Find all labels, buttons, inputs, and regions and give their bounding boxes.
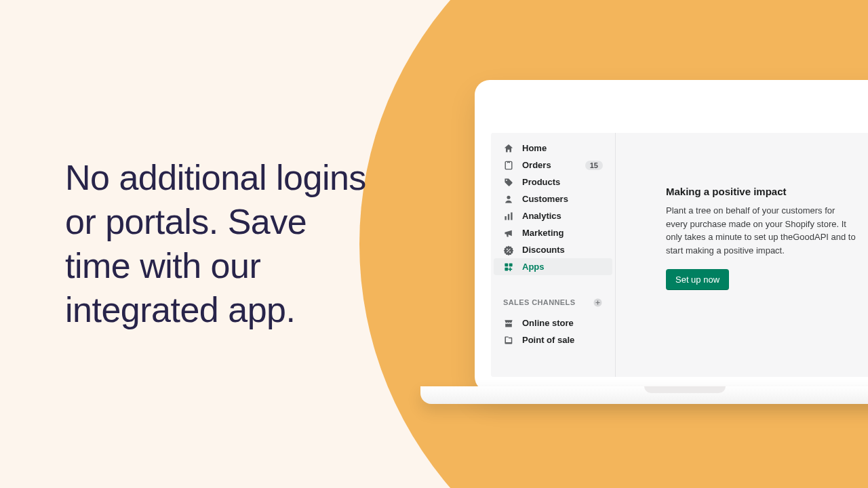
orders-icon	[503, 160, 514, 171]
laptop-base	[420, 386, 868, 404]
orders-badge: 15	[585, 161, 603, 170]
sidebar-item-orders[interactable]: Orders 15	[494, 157, 612, 174]
bars-icon	[503, 211, 514, 222]
sidebar-item-customers[interactable]: Customers	[494, 190, 612, 207]
sidebar-item-home[interactable]: Home	[494, 140, 612, 157]
sidebar-item-label: Marketing	[522, 228, 564, 238]
promo-headline: No additional logins or portals. Save ti…	[65, 156, 377, 332]
svg-rect-5	[505, 263, 508, 266]
sidebar-item-products[interactable]: Products	[494, 174, 612, 190]
laptop-frame: Home Orders 15 Products	[475, 80, 868, 392]
discount-icon	[503, 245, 514, 256]
svg-rect-0	[505, 161, 512, 169]
card-body: Plant a tree on behalf of your customers…	[666, 204, 856, 257]
promo-stage: No additional logins or portals. Save ti…	[0, 0, 868, 488]
sidebar-item-label: Point of sale	[522, 335, 574, 345]
tag-icon	[503, 177, 514, 188]
store-icon	[503, 318, 514, 329]
setup-now-button[interactable]: Set up now	[666, 269, 729, 290]
sidebar-item-label: Online store	[522, 318, 574, 328]
person-icon	[503, 194, 514, 205]
sidebar-item-label: Apps	[522, 262, 545, 272]
sidebar-item-label: Customers	[522, 194, 568, 204]
megaphone-icon	[503, 228, 514, 239]
app-window: Home Orders 15 Products	[491, 133, 868, 377]
pos-icon	[503, 335, 514, 346]
svg-rect-7	[505, 267, 508, 270]
sidebar-item-label: Products	[522, 177, 560, 187]
sidebar-item-label: Orders	[522, 160, 551, 170]
sidebar-item-label: Home	[522, 143, 547, 153]
sidebar-item-label: Discounts	[522, 245, 565, 255]
add-channel-button[interactable]	[592, 297, 603, 308]
sidebar-channel-online-store[interactable]: Online store	[494, 314, 612, 331]
svg-rect-6	[509, 263, 513, 266]
sidebar-item-apps[interactable]: Apps	[494, 258, 612, 275]
admin-sidebar: Home Orders 15 Products	[491, 133, 616, 377]
sidebar-item-discounts[interactable]: Discounts	[494, 241, 612, 258]
sales-channels-header: SALES CHANNELS	[494, 293, 612, 312]
laptop-notch	[644, 386, 726, 393]
apps-icon	[503, 262, 514, 272]
sidebar-item-analytics[interactable]: Analytics	[494, 207, 612, 224]
svg-point-1	[507, 195, 510, 199]
svg-rect-3	[508, 214, 509, 220]
sidebar-item-label: Analytics	[522, 211, 561, 221]
svg-rect-4	[511, 212, 512, 220]
sidebar-item-marketing[interactable]: Marketing	[494, 224, 612, 241]
svg-rect-2	[505, 216, 506, 220]
main-content: Making a positive impact Plant a tree on…	[616, 133, 868, 377]
home-icon	[503, 143, 514, 154]
section-label: SALES CHANNELS	[503, 298, 575, 306]
card-title: Making a positive impact	[666, 186, 868, 197]
sidebar-channel-pos[interactable]: Point of sale	[494, 331, 612, 348]
